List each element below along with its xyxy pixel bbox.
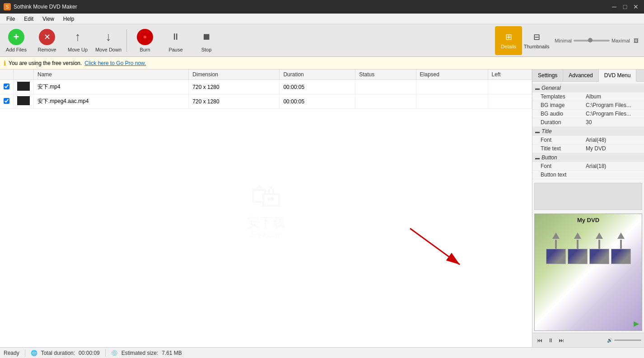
title-bar: S Sothink Movie DVD Maker ─ □ ✕ [0,0,644,14]
thumbnails-view-button[interactable]: ⊟ Thumbnails [523,26,550,55]
remove-button[interactable]: ✕ Remove [33,26,61,55]
status-duration-value: 00:00:09 [79,350,100,356]
col-duration: Duration [280,70,355,80]
menu-edit[interactable]: Edit [19,15,38,23]
pro-link[interactable]: Click here to Go Pro now. [84,60,146,66]
pause-label: Pause [168,47,182,52]
title-label: Title [541,128,552,135]
prop-bg-audio-key: BG audio [541,111,586,117]
minimize-button[interactable]: ─ [610,2,619,11]
row1-elapsed [416,80,488,94]
general-label: General [541,85,561,91]
status-duration-label: Total duration: [41,350,75,356]
prop-bg-audio-val[interactable]: C:\Program Files... [586,111,641,117]
prop-duration: Duration 30 [532,118,644,127]
preview-thumb-3[interactable] [589,249,609,264]
minimal-label: Minimal [555,38,572,43]
app-title: Sothink Movie DVD Maker [14,4,77,10]
stop-icon: ⏹ [198,29,215,45]
watermark-bag-icon: 🛍 [247,178,285,214]
prop-button-text-val[interactable] [586,172,641,178]
preview-thumb-4[interactable] [611,249,631,264]
preview-thumb-1[interactable] [546,249,566,264]
dvd-preview-thumbs [535,231,642,266]
prop-templates-val[interactable]: Album [586,93,641,100]
pause-button[interactable]: ⏸ Pause [161,26,190,55]
move-down-label: Move Down [95,47,121,52]
row2-name: 安下.mpeg4.aac.mp4 [34,94,189,109]
thumbnails-icon: ⊟ [533,32,540,42]
tab-advanced[interactable]: Advanced [563,70,598,81]
main-layout: Name Dimension Duration Status Elapsed L… [0,70,644,347]
prop-bg-image: BG image C:\Program Files... [532,101,644,110]
table-row[interactable]: 安下.mp4 720 x 1280 00:00:05 [0,80,532,94]
prop-title-font: Font Arial(48) [532,136,644,144]
info-icon: ℹ [4,60,6,67]
prop-title-font-key: Font [541,137,586,143]
maximize-button[interactable]: □ [621,2,630,11]
menu-file[interactable]: File [2,15,19,23]
status-size-label: Estimated size: [121,350,158,356]
file-table: Name Dimension Duration Status Elapsed L… [0,70,532,109]
col-name: Name [34,70,189,80]
add-files-label: Add Files [6,47,27,52]
prop-title-font-val[interactable]: Arial(48) [586,137,641,143]
prop-button-text: Button text [532,171,644,179]
prop-title-text-val[interactable]: My DVD [586,145,641,152]
mc-volume-icon: 🔊 [607,338,612,343]
col-elapsed: Elapsed [416,70,488,80]
mc-forward[interactable]: ⏭ [557,336,566,344]
status-ready: Ready [4,350,19,356]
stop-button[interactable]: ⏹ Stop [192,26,221,55]
status-sep-1 [25,349,25,357]
thumb-wrapper-4 [611,232,631,264]
row2-elapsed [416,94,488,109]
table-row[interactable]: 安下.mpeg4.aac.mp4 720 x 1280 00:00:05 [0,94,532,109]
row2-check[interactable] [0,94,14,109]
thumb-triangle-2 [574,232,581,239]
move-up-button[interactable]: ↑ Move Up [63,26,92,55]
dvd-preview-title: My DVD [535,214,642,223]
section-button: ▬ Button [532,153,644,162]
thumb-triangle-4 [617,232,625,239]
row1-checkbox[interactable] [4,84,9,89]
col-thumb [14,70,34,80]
title-bar-left: S Sothink Movie DVD Maker [4,3,77,10]
burn-label: Burn [140,47,150,52]
row2-thumbnail [17,96,30,105]
burn-button[interactable]: Burn [131,26,159,55]
mc-play[interactable]: ⏸ [546,336,555,344]
move-down-button[interactable]: ↓ Move Down [94,26,123,55]
general-toggle[interactable]: ▬ [535,86,540,91]
prop-button-font-val[interactable]: Arial(18) [586,163,641,169]
row1-check[interactable] [0,80,14,94]
menu-view[interactable]: View [38,15,59,23]
title-toggle[interactable]: ▬ [535,129,540,134]
zoom-slider[interactable] [574,40,610,42]
add-files-button[interactable]: + Add Files [2,26,31,55]
right-panel-tabs: Settings Advanced DVD Menu [532,70,644,82]
button-toggle[interactable]: ▬ [535,155,540,160]
menu-help[interactable]: Help [59,15,79,23]
row2-checkbox[interactable] [4,98,9,104]
tab-settings[interactable]: Settings [532,70,563,81]
prop-bg-image-val[interactable]: C:\Program Files... [586,102,641,108]
dvd-play-icon[interactable]: ▶ [634,319,639,328]
details-view-button[interactable]: ⊞ Details [495,26,522,55]
property-tree: ▬ General Templates Album BG image C:\Pr… [532,82,644,181]
move-down-icon: ↓ [100,29,117,45]
close-button[interactable]: ✕ [631,2,640,11]
tab-dvd-menu[interactable]: DVD Menu [599,70,637,82]
preview-thumb-2[interactable] [568,249,588,264]
mc-volume-slider[interactable] [614,339,641,341]
mc-rewind[interactable]: ⏮ [535,336,544,344]
prop-templates-key: Templates [541,93,586,100]
status-bar: Ready 🌐 Total duration: 00:00:09 💿 Estim… [0,347,644,358]
table-header: Name Dimension Duration Status Elapsed L… [0,70,532,80]
svg-point-1 [144,36,146,38]
row1-thumbnail [17,82,30,91]
prop-bg-image-key: BG image [541,102,586,108]
prop-duration-val[interactable]: 30 [586,119,641,126]
status-sep-2 [105,349,106,357]
thumb-line-3 [598,240,600,249]
